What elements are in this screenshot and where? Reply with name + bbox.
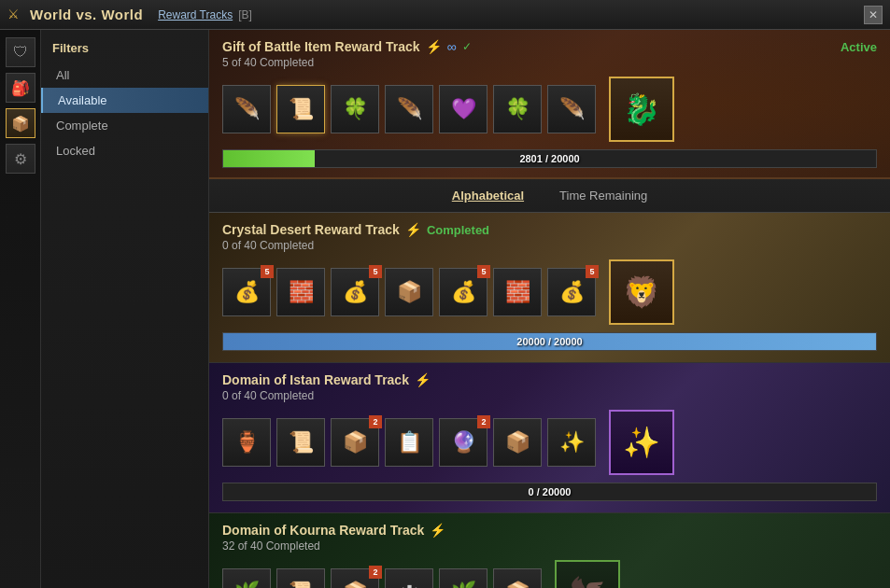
istan-reward-2[interactable]: 📦2 [331, 418, 379, 467]
kourna-progress-label: 32 of 40 Completed [222, 539, 877, 553]
active-track-final-reward[interactable]: 🐉 [609, 77, 674, 142]
istan-badge-2: 2 [369, 415, 382, 428]
crystal-progress-value: 20000 / 20000 [516, 336, 582, 347]
window-icon: ⚔ [7, 7, 24, 23]
infinity-icon: ∞ [447, 39, 457, 54]
main-container: 🛡 🎒 📦 ⚙ Filters All Available Complete L… [0, 30, 890, 588]
window-title: World vs. World [30, 7, 143, 22]
istan-header: Domain of Istan Reward Track ⚡ [222, 372, 877, 387]
crystal-lightning-icon: ⚡ [405, 222, 421, 237]
reward-item-0[interactable]: 🪶 [222, 85, 271, 133]
track-list: Crystal Desert Reward Track ⚡ Completed … [209, 213, 890, 588]
crystal-reward-5[interactable]: 🧱 [493, 268, 542, 316]
kourna-final-reward[interactable]: 🦅 [555, 560, 620, 588]
filter-locked[interactable]: Locked [41, 138, 208, 163]
close-button[interactable]: ✕ [864, 6, 883, 24]
crystal-reward-6[interactable]: 💰5 [547, 268, 596, 316]
reward-item-2[interactable]: 🍀 [331, 85, 379, 133]
crystal-reward-3[interactable]: 📦 [385, 268, 433, 316]
reward-tracks-tab[interactable]: Reward Tracks [158, 8, 233, 21]
kourna-title: Domain of Kourna Reward Track [222, 523, 424, 538]
istan-reward-1[interactable]: 📜 [276, 418, 325, 467]
istan-progress-bar: 0 / 20000 [222, 483, 877, 501]
track-card-domain-of-istan: Domain of Istan Reward Track ⚡ 0 of 40 C… [209, 363, 890, 513]
istan-reward-5[interactable]: 📦 [493, 418, 542, 467]
active-track-progress-fill [223, 150, 315, 167]
istan-badge-4: 2 [477, 415, 490, 428]
crystal-desert-header: Crystal Desert Reward Track ⚡ Completed [222, 222, 877, 237]
filter-complete[interactable]: Complete [41, 113, 208, 138]
reward-item-6[interactable]: 🪶 [547, 85, 596, 133]
kourna-reward-1[interactable]: 📜 [276, 568, 325, 588]
crystal-badge-6: 5 [586, 265, 599, 278]
active-status: Active [841, 40, 877, 54]
crystal-reward-4[interactable]: 💰5 [439, 268, 487, 316]
active-track: Gift of Battle Item Reward Track ⚡ ∞ ✓ A… [209, 30, 890, 179]
sidebar-icon-shield[interactable]: 🛡 [6, 37, 35, 67]
filter-available[interactable]: Available [41, 88, 208, 113]
reward-item-4[interactable]: 💜 [439, 85, 487, 133]
crystal-final-reward[interactable]: 🦁 [609, 259, 674, 325]
active-track-title: Gift of Battle Item Reward Track [222, 39, 420, 54]
reward-item-3[interactable]: 🪶 [385, 85, 433, 133]
check-icon: ✓ [462, 40, 472, 53]
istan-title: Domain of Istan Reward Track [222, 372, 409, 387]
active-track-rewards: 🪶 📜 🍀 🪶 💜 🍀 🪶 🐉 [222, 77, 877, 142]
track-card-domain-of-kourna: Domain of Kourna Reward Track ⚡ 32 of 40… [209, 513, 890, 588]
lightning-icon: ⚡ [426, 39, 442, 54]
active-track-progress-bar: 2801 / 20000 [222, 149, 877, 168]
track-card-crystal-desert: Crystal Desert Reward Track ⚡ Completed … [209, 213, 890, 363]
sort-tab-time-remaining[interactable]: Time Remaining [556, 187, 651, 204]
crystal-reward-2[interactable]: 💰5 [331, 268, 379, 316]
title-bar: ⚔ World vs. World Reward Tracks [B] ✕ [0, 0, 890, 30]
reward-item-5[interactable]: 🍀 [493, 85, 542, 133]
filter-sidebar: Filters All Available Complete Locked [41, 30, 209, 588]
icon-sidebar: 🛡 🎒 📦 ⚙ [0, 30, 41, 588]
istan-reward-6[interactable]: ✨ [547, 418, 596, 467]
istan-final-reward[interactable]: ✨ [609, 410, 674, 475]
sidebar-icon-gear[interactable]: ⚙ [6, 144, 35, 174]
crystal-desert-progress-label: 0 of 40 Completed [222, 239, 877, 252]
crystal-reward-1[interactable]: 🧱 [276, 268, 325, 316]
sort-tabs: Alphabetical Time Remaining [209, 179, 890, 213]
kourna-reward-5[interactable]: 📦 [493, 568, 542, 588]
hotkey-label: [B] [238, 8, 252, 21]
crystal-desert-status: Completed [427, 223, 489, 237]
istan-reward-4[interactable]: 🔮2 [439, 418, 487, 467]
kourna-reward-4[interactable]: 🌿 [439, 568, 487, 588]
crystal-reward-0[interactable]: 💰5 [222, 268, 271, 316]
kourna-header: Domain of Kourna Reward Track ⚡ [222, 523, 877, 538]
crystal-badge-4: 5 [477, 265, 490, 278]
content-area: Gift of Battle Item Reward Track ⚡ ∞ ✓ A… [209, 30, 890, 588]
sidebar-icon-chest[interactable]: 📦 [6, 108, 35, 138]
crystal-progress-bar: 20000 / 20000 [222, 332, 877, 351]
istan-progress-label: 0 of 40 Completed [222, 389, 877, 402]
istan-rewards: 🏺 📜 📦2 📋 🔮2 📦 ✨ ✨ [222, 410, 877, 475]
active-track-progress-label: 5 of 40 Completed [222, 56, 877, 69]
kourna-lightning-icon: ⚡ [430, 523, 445, 538]
active-track-header: Gift of Battle Item Reward Track ⚡ ∞ ✓ A… [222, 39, 877, 54]
filter-title: Filters [41, 37, 208, 63]
crystal-desert-rewards: 💰5 🧱 💰5 📦 💰5 🧱 💰5 🦁 [222, 259, 877, 325]
crystal-desert-title: Crystal Desert Reward Track [222, 222, 400, 237]
istan-reward-3[interactable]: 📋 [385, 418, 433, 467]
kourna-rewards: 🌿 📜 📦2 🗡 🌿 📦 🦅 [222, 560, 877, 588]
istan-progress-value: 0 / 20000 [529, 486, 572, 497]
sidebar-icon-bag[interactable]: 🎒 [6, 73, 35, 103]
kourna-reward-0[interactable]: 🌿 [222, 568, 271, 588]
filter-all[interactable]: All [41, 63, 208, 88]
kourna-reward-2[interactable]: 📦2 [331, 568, 379, 588]
crystal-badge-2: 5 [369, 265, 382, 278]
istan-lightning-icon: ⚡ [415, 372, 431, 387]
crystal-badge-0: 5 [261, 265, 274, 278]
active-track-progress-value: 2801 / 20000 [519, 153, 579, 164]
istan-reward-0[interactable]: 🏺 [222, 418, 271, 467]
reward-item-1[interactable]: 📜 [276, 85, 325, 133]
kourna-badge-2: 2 [369, 566, 382, 579]
kourna-reward-3[interactable]: 🗡 [385, 568, 433, 588]
sort-tab-alphabetical[interactable]: Alphabetical [448, 187, 528, 204]
